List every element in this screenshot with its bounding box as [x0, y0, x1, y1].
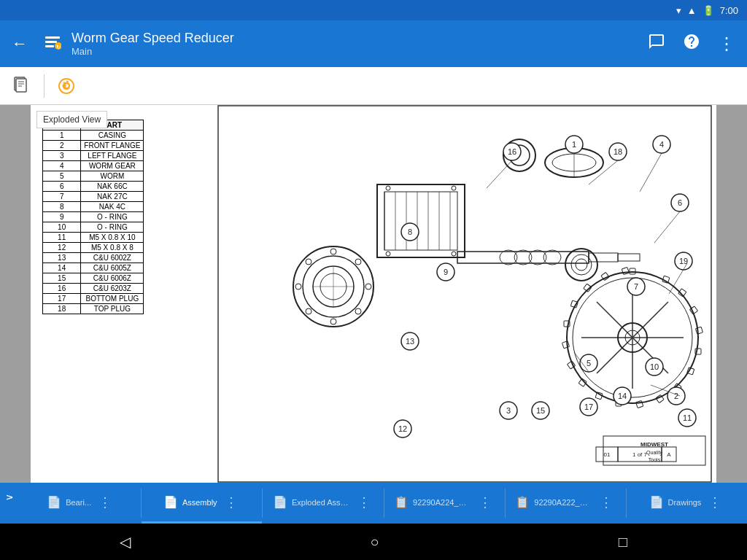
svg-text:↻: ↻	[62, 79, 71, 91]
tab-drawings-label: Drawings	[668, 498, 702, 507]
parts-table-row: 6NAK 66C	[43, 182, 144, 192]
parts-table-row: 15C&U 6006Z	[43, 273, 144, 284]
svg-text:9: 9	[444, 268, 448, 276]
recent-nav-button[interactable]: □	[613, 528, 633, 556]
battery-icon: 🔋	[703, 5, 714, 16]
document-icon-button[interactable]	[6, 70, 38, 102]
back-nav-button[interactable]: ◁	[114, 527, 136, 556]
parts-table-row: 17BOTTOM PLUG	[43, 294, 144, 304]
svg-text:14: 14	[618, 392, 627, 400]
svg-text:15: 15	[536, 406, 545, 415]
tab-92290a222[interactable]: 📋 92290A222_TY... ⋮	[506, 483, 626, 524]
scroll-edge[interactable]: ∧	[0, 483, 20, 512]
home-nav-button[interactable]: ○	[364, 528, 384, 556]
main-content: Exploded View BALOON PART 1CASING2FRONT …	[0, 105, 747, 483]
svg-text:3: 3	[506, 406, 511, 415]
tab-bar: ∧ 📄 Beari... ⋮ 📄 Assembly ⋮ 📄 Exploded A…	[0, 483, 747, 524]
tab-assembly-more[interactable]: ⋮	[222, 491, 241, 513]
parts-table-row: 11M5 X 0.8 X 10	[43, 233, 144, 243]
more-button[interactable]: ⋮	[712, 28, 741, 60]
svg-rect-2	[45, 45, 54, 47]
parts-table-row: 12M5 X 0.8 X 8	[43, 243, 144, 253]
svg-text:Quality: Quality	[646, 450, 662, 456]
tab-drawings-icon: 📄	[649, 495, 664, 509]
tab-92290a224-label: 92290A224_TY...	[413, 498, 471, 507]
parts-table-row: 8NAK 4C	[43, 202, 144, 212]
menu-icon[interactable]: ↻	[39, 31, 66, 58]
app-titles: Worm Gear Speed Reducer Main	[71, 31, 636, 57]
tab-beari-icon: 📄	[47, 495, 61, 509]
svg-text:A: A	[667, 451, 671, 458]
toolbar-divider	[44, 74, 44, 98]
svg-text:11: 11	[683, 413, 692, 422]
refresh-button[interactable]: ↻	[50, 70, 82, 102]
app-subtitle: Main	[71, 46, 636, 57]
svg-rect-0	[45, 36, 60, 39]
document-viewer[interactable]: Exploded View BALOON PART 1CASING2FRONT …	[31, 105, 716, 483]
svg-text:12: 12	[398, 424, 407, 433]
tab-exploded-icon: 📄	[273, 495, 287, 509]
tab-assembly[interactable]: 📄 Assembly ⋮	[142, 483, 262, 524]
tab-drawings-more[interactable]: ⋮	[705, 491, 724, 513]
signal-icon: ▲	[687, 5, 697, 16]
nav-bar: ◁ ○ □	[0, 524, 747, 560]
time-display: 7:00	[720, 5, 738, 16]
tab-exploded-more[interactable]: ⋮	[355, 491, 374, 513]
app-bar: ← ↻ Worm Gear Speed Reducer Main ⋮	[0, 20, 747, 67]
app-title: Worm Gear Speed Reducer	[71, 31, 636, 46]
tab-exploded-label: Exploded Asse...	[292, 498, 350, 507]
parts-table-row: 4WORM GEAR	[43, 161, 144, 171]
tab-exploded[interactable]: 📄 Exploded Asse... ⋮	[263, 483, 383, 524]
svg-text:13: 13	[406, 337, 414, 346]
help-button[interactable]	[677, 27, 706, 61]
parts-table: BALOON PART 1CASING2FRONT FLANGE3LEFT FL…	[42, 120, 144, 314]
tab-assembly-icon: 📄	[163, 495, 178, 509]
parts-table-row: 16C&U 6203Z	[43, 284, 144, 294]
status-bar: ▾ ▲ 🔋 7:00	[0, 0, 747, 20]
tab-92290a224[interactable]: 📋 92290A224_TY... ⋮	[384, 483, 505, 524]
svg-text:6: 6	[678, 198, 682, 207]
tab-92290a224-icon: 📋	[394, 495, 409, 509]
parts-table-row: 14C&U 6005Z	[43, 263, 144, 273]
parts-table-row: 13C&U 6002Z	[43, 253, 144, 263]
parts-table-row: 5WORM	[43, 171, 144, 182]
svg-text:18: 18	[614, 147, 622, 156]
exploded-diagram: 1 2 3 4	[217, 105, 713, 483]
comment-button[interactable]	[642, 27, 671, 61]
svg-text:5: 5	[587, 359, 591, 368]
tab-drawings[interactable]: 📄 Drawings ⋮	[627, 483, 747, 524]
tab-92290a222-icon: 📋	[515, 495, 530, 509]
svg-text:10: 10	[650, 362, 659, 371]
parts-table-row: 18TOP PLUG	[43, 304, 144, 314]
parts-table-row: 7NAK 27C	[43, 192, 144, 202]
svg-text:1 of 7: 1 of 7	[632, 451, 648, 458]
back-button[interactable]: ←	[6, 28, 34, 59]
parts-table-row: 2FRONT FLANGE	[43, 141, 144, 151]
parts-table-row: 10O - RING	[43, 222, 144, 233]
parts-table-row: 9O - RING	[43, 212, 144, 222]
svg-text:8: 8	[408, 228, 412, 236]
svg-text:16: 16	[508, 147, 516, 156]
tab-beari-more[interactable]: ⋮	[96, 491, 115, 513]
wifi-icon: ▾	[676, 5, 681, 16]
svg-text:↻: ↻	[56, 44, 61, 49]
svg-text:01: 01	[604, 451, 611, 458]
tab-92290a222-label: 92290A222_TY...	[534, 498, 592, 507]
tab-assembly-label: Assembly	[182, 498, 217, 507]
svg-rect-1	[45, 41, 57, 43]
exploded-view-badge: Exploded View	[36, 111, 107, 128]
tab-92290a222-more[interactable]: ⋮	[597, 491, 616, 513]
toolbar: ↻	[0, 67, 747, 105]
tab-beari[interactable]: 📄 Beari... ⋮	[20, 483, 141, 524]
parts-table-row: 1CASING	[43, 131, 144, 141]
tab-beari-label: Beari...	[66, 498, 91, 507]
parts-table-row: 3LEFT FLANGE	[43, 151, 144, 161]
svg-text:7: 7	[634, 282, 638, 291]
svg-rect-6	[16, 79, 26, 92]
tab-92290a224-more[interactable]: ⋮	[476, 491, 495, 513]
svg-text:17: 17	[584, 402, 593, 411]
svg-text:1: 1	[572, 140, 576, 149]
svg-text:2: 2	[674, 392, 678, 400]
svg-text:4: 4	[659, 140, 664, 149]
